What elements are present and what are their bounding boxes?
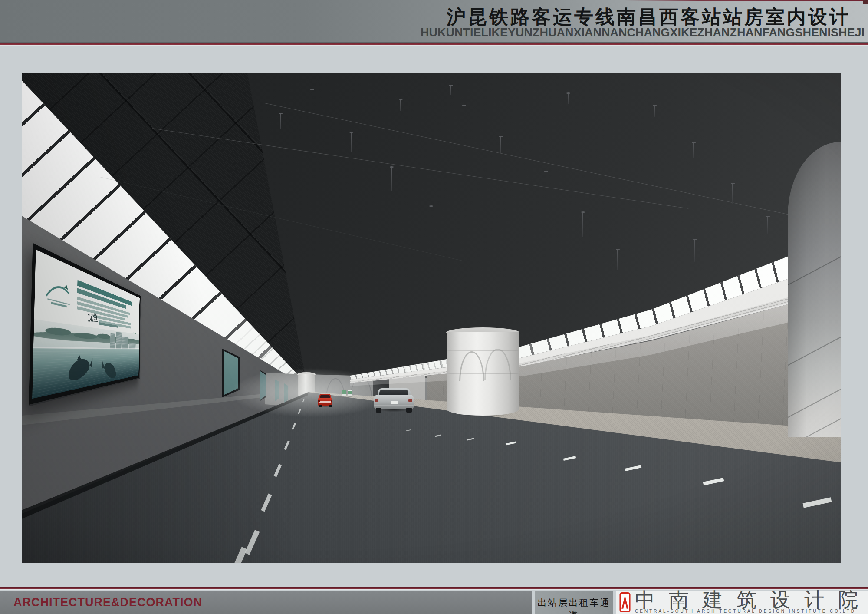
header-divider-line xyxy=(0,43,868,45)
column-arch-reflection xyxy=(484,349,511,380)
ceiling-suspension-rod xyxy=(617,250,618,270)
ceiling-suspension-rod xyxy=(450,86,451,95)
footer-brand-label: ARCHITECTURE&DECORATION xyxy=(13,596,202,609)
white-column xyxy=(447,332,519,416)
poster-calligraphy: 沈鱼 xyxy=(88,309,98,325)
company-name-cn: 中南建筑设计院 xyxy=(635,591,868,608)
car-taillight xyxy=(408,399,412,402)
company-name-block: 中南建筑设计院 CENTRAL-SOUTH ARCHITECTURAL DESI… xyxy=(635,591,868,614)
ceiling-suspension-rod xyxy=(693,143,694,158)
ceiling-suspension-rod xyxy=(351,132,352,152)
car-taillight xyxy=(375,399,378,402)
ceiling-suspension-rod xyxy=(767,217,768,234)
ceiling-suspension-rod xyxy=(391,167,392,191)
column-seam xyxy=(447,396,519,396)
car-license-plate xyxy=(391,401,398,404)
project-title-pinyin: HUKUNTIELIKEYUNZHUANXIANNANCHANGXIKEZHAN… xyxy=(421,26,865,40)
ceiling-suspension-rod xyxy=(654,106,655,117)
poster-logo-arc xyxy=(44,268,72,313)
poster-building xyxy=(110,333,115,349)
header-corner-mark xyxy=(863,0,868,4)
silver-sedan xyxy=(373,387,416,414)
car-wheel xyxy=(406,408,412,413)
header: 沪昆铁路客运专线南昌西客站站房室内设计 HUKUNTIELIKEYUNZHUAN… xyxy=(0,0,868,43)
column-seam xyxy=(788,413,841,437)
ceiling-suspension-rod xyxy=(312,90,312,103)
footer-brand-box: ARCHITECTURE&DECORATION xyxy=(0,591,532,614)
ceiling-suspension-rod xyxy=(568,93,569,104)
ceiling-suspension-rod xyxy=(464,106,464,118)
company-box: 中南建筑设计院 CENTRAL-SOUTH ARCHITECTURAL DESI… xyxy=(616,591,868,614)
ceiling-suspension-rod xyxy=(546,172,546,193)
car-light-strip xyxy=(319,401,331,403)
car-taillight xyxy=(318,400,320,402)
column-arch-reflection xyxy=(459,351,484,381)
company-name-en: CENTRAL-SOUTH ARCHITECTURAL DESIGN INSTI… xyxy=(635,609,868,614)
presentation-board: 沪昆铁路客运专线南昌西客站站房室内设计 HUKUNTIELIKEYUNZHUAN… xyxy=(0,0,868,614)
car-wheel xyxy=(329,405,332,407)
ceiling-suspension-rod xyxy=(500,137,501,154)
red-car xyxy=(317,394,333,408)
drawing-title-label: 出站层出租车通道 xyxy=(535,597,613,614)
header-top-accent-line xyxy=(625,0,868,1)
car-wheel xyxy=(319,405,322,407)
ceiling-suspension-rod xyxy=(732,184,733,204)
drawing-title-box: 出站层出租车通道 xyxy=(535,591,613,614)
column-seam xyxy=(788,331,841,370)
poster-splash-dots xyxy=(118,347,119,348)
ceiling-suspension-rod xyxy=(400,99,401,111)
column-seam xyxy=(447,350,519,351)
column-seam xyxy=(788,383,841,423)
ceiling-suspension-rod xyxy=(694,240,695,262)
car-taillight xyxy=(331,400,332,402)
car-wheel xyxy=(376,408,381,413)
architectural-rendering: 沈鱼 xyxy=(22,73,841,563)
column-seam xyxy=(788,251,841,290)
poster-building xyxy=(116,332,122,349)
car-bumper xyxy=(374,405,414,406)
company-logo-icon xyxy=(619,592,631,612)
ceiling-suspension-rod xyxy=(582,212,583,237)
large-right-column xyxy=(788,142,841,437)
ceiling-suspension-rod xyxy=(431,206,431,232)
poster-building xyxy=(122,337,128,349)
ceiling-suspension-rod xyxy=(280,114,281,129)
